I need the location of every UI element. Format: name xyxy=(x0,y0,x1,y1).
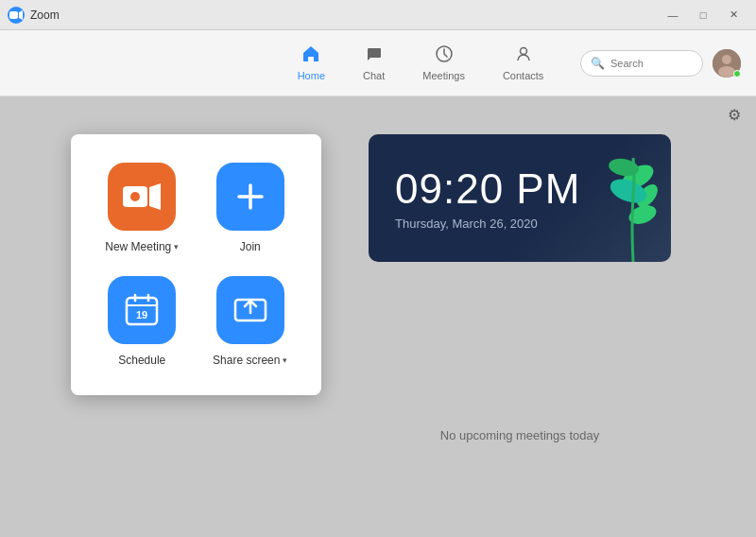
chat-icon xyxy=(365,44,384,68)
search-input[interactable] xyxy=(610,58,686,69)
new-meeting-chevron: ▾ xyxy=(174,242,179,251)
svg-rect-0 xyxy=(9,11,18,19)
maximize-button[interactable]: □ xyxy=(688,2,718,28)
join-icon xyxy=(216,163,284,231)
svg-point-3 xyxy=(520,48,526,55)
new-meeting-icon xyxy=(108,163,176,231)
schedule-label: Schedule xyxy=(118,354,165,367)
new-meeting-button[interactable]: New Meeting ▾ xyxy=(97,163,187,253)
nav-bar: Home Chat Meetings xyxy=(0,30,756,96)
tab-home[interactable]: Home xyxy=(279,39,344,87)
share-screen-button[interactable]: Share screen ▾ xyxy=(206,276,296,367)
svg-marker-9 xyxy=(149,183,161,210)
app-title: Zoom xyxy=(30,9,60,22)
nav-right: 🔍 xyxy=(580,49,741,78)
window-controls: — □ ✕ xyxy=(658,2,748,28)
app-container: Home Chat Meetings xyxy=(0,30,756,537)
schedule-button[interactable]: 19 Schedule xyxy=(97,276,187,367)
home-icon xyxy=(301,44,320,68)
svg-point-5 xyxy=(722,55,731,64)
tab-meetings-label: Meetings xyxy=(422,70,465,81)
online-status-dot xyxy=(733,70,741,78)
avatar[interactable] xyxy=(713,49,741,78)
close-button[interactable]: ✕ xyxy=(718,2,748,28)
quick-action-panel: New Meeting ▾ Join xyxy=(71,134,321,395)
content-area: ⚙ New Meeting ▾ xyxy=(0,96,756,537)
svg-marker-1 xyxy=(19,10,23,20)
search-box[interactable]: 🔍 xyxy=(580,50,703,77)
svg-point-8 xyxy=(130,192,140,201)
tab-home-label: Home xyxy=(298,70,325,81)
new-meeting-label: New Meeting ▾ xyxy=(105,240,179,253)
share-screen-chevron: ▾ xyxy=(283,355,287,365)
share-screen-icon xyxy=(216,276,284,344)
share-screen-label: Share screen ▾ xyxy=(213,354,287,367)
search-icon: 🔍 xyxy=(591,57,605,70)
svg-text:19: 19 xyxy=(136,309,147,320)
time-card: 09:20 PM Thursday, March 26, 2020 xyxy=(369,134,671,262)
nav-tabs: Home Chat Meetings xyxy=(279,39,563,87)
tab-contacts[interactable]: Contacts xyxy=(484,39,562,87)
minimize-button[interactable]: — xyxy=(658,2,688,28)
date-display: Thursday, March 26, 2020 xyxy=(395,217,538,231)
meetings-icon xyxy=(435,44,454,68)
tab-chat[interactable]: Chat xyxy=(344,39,404,87)
join-button[interactable]: Join xyxy=(206,163,296,253)
join-label: Join xyxy=(240,240,261,253)
title-bar: Zoom — □ ✕ xyxy=(0,0,756,30)
time-display: 09:20 PM xyxy=(395,165,580,213)
tab-meetings[interactable]: Meetings xyxy=(404,39,484,87)
plant-decoration xyxy=(586,134,662,262)
tab-chat-label: Chat xyxy=(363,70,385,81)
schedule-icon: 19 xyxy=(108,276,176,344)
tab-contacts-label: Contacts xyxy=(503,70,543,81)
settings-gear-icon[interactable]: ⚙ xyxy=(728,106,741,124)
no-meetings-text: No upcoming meetings today xyxy=(369,428,671,442)
contacts-icon xyxy=(514,44,533,68)
title-bar-left: Zoom xyxy=(8,7,60,24)
zoom-logo-icon xyxy=(8,7,25,24)
